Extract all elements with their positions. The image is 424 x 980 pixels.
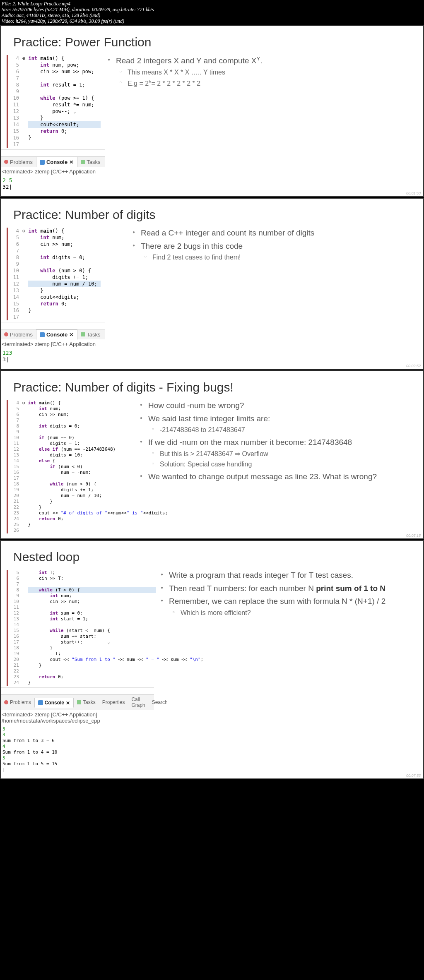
bullet: Read 2 integers X and Y and compute XY. … xyxy=(105,55,417,88)
bullet: If we did -num on the max number it beco… xyxy=(137,437,417,469)
problems-icon xyxy=(4,332,8,336)
console-input: 2 5 xyxy=(2,177,104,184)
tab-console[interactable]: Console ⨯ xyxy=(34,698,74,708)
tab-tasks[interactable]: Tasks xyxy=(77,157,104,167)
bullet: We wanted to change output message as li… xyxy=(137,471,417,482)
timestamp: 00:05:15 xyxy=(406,533,421,538)
tasks-icon xyxy=(77,700,81,704)
code-block: 4⊖ int main() { 5 int num; 6 cin >> num;… xyxy=(7,400,133,533)
problems-icon xyxy=(4,160,8,164)
bullet: Then read T numbers: for each number N p… xyxy=(158,583,417,594)
console-icon xyxy=(40,160,45,165)
tabs-bar: Problems Console ⨯ Tasks xyxy=(1,156,105,167)
header-audio: Audio: aac, 44100 Hz, stereo, s16, 128 k… xyxy=(2,12,424,18)
tasks-icon xyxy=(81,160,85,164)
timestamp: 00:07:53 xyxy=(406,773,421,778)
tab-callgraph[interactable]: Call Graph xyxy=(128,695,148,710)
bullet: How could -num be wrong? xyxy=(137,400,417,411)
slide-title: Practice: Power Function xyxy=(1,35,423,55)
terminated-label: <terminated> ztemp [C/C++ Application xyxy=(1,167,105,176)
code-block: 4⊖ int main() { 5 int num, pow; 6 cin >>… xyxy=(7,55,105,148)
console-output: 2 5 32| xyxy=(1,176,105,191)
bullet: Read a C++ integer and count its number … xyxy=(130,228,417,238)
sub-bullet: But this is > 2147483647 ⇒ Overflow xyxy=(148,449,417,459)
header-size: Size: 55795306 bytes (53.21 MiB), durati… xyxy=(2,7,424,12)
bullet: Write a program that reads integer T for… xyxy=(158,570,417,581)
tab-console[interactable]: Console ⨯ xyxy=(36,157,77,167)
sub-bullet: E.g = 25= 2 * 2 * 2 * 2 * 2 xyxy=(116,79,417,88)
timestamp: 00:02:52 xyxy=(406,364,421,368)
tab-console[interactable]: Console ⨯ xyxy=(36,329,77,340)
console-input: 123 xyxy=(2,350,104,356)
header-file: File: 2. While Loops Practice.mp4 xyxy=(2,1,424,7)
tabs-bar: Problems Console ⨯ Tasks xyxy=(1,329,105,339)
sub-bullet: Find 2 test cases to find them! xyxy=(141,253,417,262)
console-result: 32 xyxy=(2,184,9,190)
tabs-bar: Problems Console ⨯ Tasks Properties Call… xyxy=(1,694,154,710)
console-output: 123 3| xyxy=(1,349,105,364)
slide-title: Practice: Number of digits xyxy=(1,208,423,228)
tab-properties[interactable]: Properties xyxy=(99,698,128,707)
bullet: Remember, we can replace the sum with fo… xyxy=(158,596,417,617)
slide-fixing-bugs: Practice: Number of digits - Fixing bugs… xyxy=(0,370,424,539)
tab-tasks[interactable]: Tasks xyxy=(77,330,104,339)
tab-search[interactable]: Search xyxy=(149,698,171,707)
tab-problems[interactable]: Problems xyxy=(1,698,34,707)
timestamp: 00:01:53 xyxy=(406,191,421,195)
file-info-header: File: 2. While Loops Practice.mp4 Size: … xyxy=(0,0,424,25)
problems-icon xyxy=(4,700,8,704)
tasks-icon xyxy=(81,332,85,336)
slide-power-function: Practice: Power Function 4⊖ int main() {… xyxy=(0,25,424,197)
slide-nested-loop: Nested loop 5 int T; 6 cin >> T; 7 8 whi… xyxy=(0,540,424,779)
code-block: 4⊖ int main() { 5 int num; 6 cin >> num;… xyxy=(7,228,105,320)
slide-num-digits: Practice: Number of digits 4⊖ int main()… xyxy=(0,198,424,370)
code-block: 5 int T; 6 cin >> T; 7 8 while (T > 0) {… xyxy=(7,570,154,686)
header-video: Video: h264, yuv420p, 1280x720, 634 kb/s… xyxy=(2,18,424,24)
slide-title: Nested loop xyxy=(1,550,423,570)
terminated-label: <terminated> ztemp [C/C++ Application xyxy=(1,339,105,349)
slide-title: Practice: Number of digits - Fixing bugs… xyxy=(1,380,423,400)
terminated-label: <terminated> ztemp [C/C++ Application] /… xyxy=(1,710,154,725)
console-icon xyxy=(38,700,43,705)
bullet: There are 2 bugs in this code Find 2 tes… xyxy=(130,241,417,262)
tab-problems[interactable]: Problems xyxy=(1,330,36,339)
sub-bullet: Solution: Special case handling xyxy=(148,460,417,469)
sub-bullet: This means X * X * X ….. Y times xyxy=(116,68,417,77)
console-icon xyxy=(40,332,45,337)
console-result: 3 xyxy=(2,356,6,363)
tab-problems[interactable]: Problems xyxy=(1,157,36,167)
sub-bullet: Which is more efficient? xyxy=(169,608,417,617)
bullet: We said last time integer limits are: -2… xyxy=(137,413,417,435)
tab-tasks[interactable]: Tasks xyxy=(74,698,99,707)
console-output: 3 3 Sum from 1 to 3 = 6 4 Sum from 1 to … xyxy=(1,725,154,773)
sub-bullet: -2147483648 to 2147483647 xyxy=(148,425,417,435)
